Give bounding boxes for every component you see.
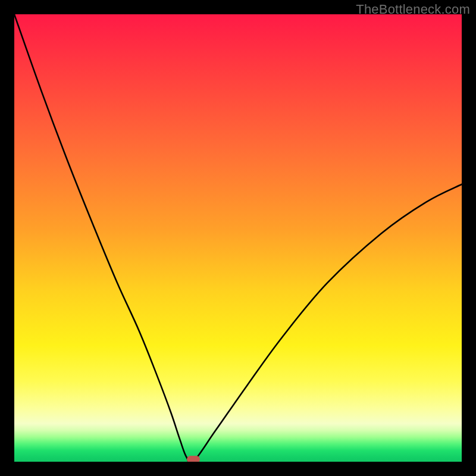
bottleneck-curve	[14, 14, 462, 462]
chart-frame: TheBottleneck.com	[0, 0, 476, 476]
optimal-point-marker	[187, 456, 200, 462]
plot-area	[14, 14, 462, 462]
